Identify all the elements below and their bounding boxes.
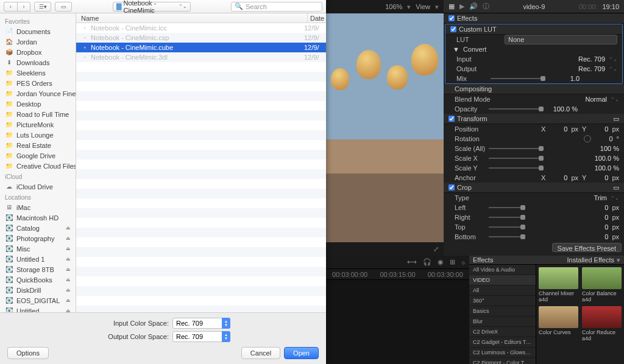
opacity-value[interactable]: 100.0 % <box>547 105 578 113</box>
sidebar-item[interactable]: 🏠Jordan <box>0 37 76 47</box>
info-icon[interactable]: ⓘ <box>483 2 489 11</box>
eject-icon[interactable]: ⏏ <box>66 287 71 293</box>
crop-type-value[interactable]: Trim <box>594 194 607 201</box>
crop-top-slider[interactable] <box>489 226 525 228</box>
effects-checkbox[interactable] <box>448 15 455 21</box>
crop-section[interactable]: Crop▭ <box>444 183 624 193</box>
sidebar-item[interactable]: 💽Storage 8TB⏏ <box>0 264 76 275</box>
film-icon[interactable]: ▶ <box>459 2 464 10</box>
fullscreen-icon[interactable]: ⤢ <box>433 245 439 253</box>
rotation-value[interactable]: 0 <box>595 135 613 142</box>
effects-category[interactable]: All <box>469 285 536 296</box>
back-button[interactable]: ‹ <box>4 2 17 12</box>
path-popup[interactable]: ▇ Notebook - CineMimic ⌃⌄ <box>113 2 191 12</box>
open-button[interactable]: Open <box>284 347 319 359</box>
sidebar-item[interactable]: 📁PictureMonk <box>0 119 76 130</box>
view-list-button[interactable]: ☰▾ <box>34 2 51 12</box>
anchor-x-value[interactable]: 0 <box>549 174 567 181</box>
scale-x-value[interactable]: 100.0 % <box>589 155 619 162</box>
zoom-level[interactable]: 106% <box>385 3 402 10</box>
scale-x-slider[interactable] <box>489 158 544 159</box>
effects-category[interactable]: C2 Gadget - Editors Tools <box>469 337 536 348</box>
sidebar-item[interactable]: 💽Untitled⏏ <box>0 306 76 312</box>
transform-onscreen-icon[interactable]: ▭ <box>613 115 619 123</box>
blend-value[interactable]: Normal <box>586 96 607 103</box>
crop-top-value[interactable]: 0 <box>590 223 608 231</box>
effect-item[interactable]: Color Reduce a4d <box>582 306 622 341</box>
eject-icon[interactable]: ⏏ <box>66 246 71 251</box>
eject-icon[interactable]: ⏏ <box>66 298 71 303</box>
column-name-header[interactable]: Name <box>76 13 308 23</box>
eject-icon[interactable]: ⏏ <box>66 225 71 231</box>
effects-category[interactable]: C2 Pigment - Color Tools <box>469 358 536 364</box>
anchor-y-value[interactable]: 0 <box>590 174 608 181</box>
effects-category[interactable]: Blur <box>469 317 536 327</box>
lut-input-value[interactable]: Rec. 709 <box>578 55 605 63</box>
effect-item[interactable]: Color Curves <box>539 306 578 341</box>
crop-left-slider[interactable] <box>489 207 525 208</box>
sidebar-item[interactable]: 🖥iMac <box>0 202 76 212</box>
rotation-dial-icon[interactable] <box>584 135 591 142</box>
eject-icon[interactable]: ⏏ <box>66 236 71 241</box>
audio-icon[interactable]: 🔊 <box>469 2 478 10</box>
solo-icon[interactable]: ◉ <box>438 258 444 266</box>
lut-select[interactable]: None <box>505 35 617 44</box>
save-effects-preset-button[interactable]: Save Effects Preset <box>552 243 622 252</box>
sidebar-item[interactable]: 📁PES Orders <box>0 78 76 88</box>
effects-category[interactable]: VIDEO <box>469 275 536 285</box>
sidebar-item[interactable]: 💽Untitled 1⏏ <box>0 254 76 264</box>
crop-right-slider[interactable] <box>489 217 525 218</box>
effect-item[interactable]: Channel Mixer a4d <box>539 267 578 303</box>
forward-button[interactable]: › <box>17 2 30 12</box>
effects-category[interactable]: C2 Luminous - Glows and B... <box>469 348 536 358</box>
scale-all-value[interactable]: 100 % <box>589 145 619 152</box>
snap-icon[interactable]: ⊞ <box>450 258 455 266</box>
timeline-ruler[interactable]: 00:03:00:0000:03:15:0000:03:30:00 <box>326 269 469 280</box>
sidebar-item[interactable]: ☁︎iCloud Drive <box>0 181 76 192</box>
sidebar-item[interactable]: ⬇︎Downloads <box>0 57 76 68</box>
sidebar-item[interactable]: 📁Sleeklens <box>0 68 76 78</box>
crop-left-value[interactable]: 0 <box>590 204 608 211</box>
pos-y-value[interactable]: 0 <box>590 125 608 133</box>
sidebar-item[interactable]: 💽EOS_DIGITAL⏏ <box>0 295 76 306</box>
search-input[interactable]: 🔍 Search <box>231 2 322 12</box>
file-row[interactable]: ▫Notebook - CineMimic.cube12/9/ <box>76 43 326 52</box>
scale-y-slider[interactable] <box>489 167 544 169</box>
pos-x-value[interactable]: 0 <box>549 125 567 133</box>
sidebar-item[interactable]: 📁Google Drive <box>0 150 76 161</box>
disclosure-icon[interactable]: ▼ <box>450 46 459 53</box>
opacity-slider[interactable] <box>489 108 544 110</box>
sidebar-item[interactable]: 📁Luts Lounge <box>0 130 76 140</box>
sidebar-item[interactable]: 📁Desktop <box>0 99 76 109</box>
eject-icon[interactable]: ⏏ <box>66 308 71 312</box>
transform-checkbox[interactable] <box>448 116 455 122</box>
video-tab-icon[interactable]: ▦ <box>448 2 455 10</box>
sidebar-item[interactable]: 📁Jordan Younce Fine A... <box>0 88 76 99</box>
effect-item[interactable]: Color Balance a4d <box>582 267 622 303</box>
effects-category[interactable]: Basics <box>469 306 536 317</box>
view-menu[interactable]: View <box>416 3 430 10</box>
sidebar-item[interactable]: 📦Dropbox <box>0 47 76 57</box>
sidebar-item[interactable]: 📁Road to Full Time <box>0 109 76 119</box>
skimming-icon[interactable]: ⟷ <box>407 258 417 266</box>
effects-category[interactable]: All Video & Audio <box>469 265 536 275</box>
sidebar-item[interactable]: 💽DiskDrill⏏ <box>0 285 76 295</box>
crop-bottom-slider[interactable] <box>489 236 525 237</box>
sidebar-item[interactable]: 💽Photography⏏ <box>0 233 76 243</box>
column-date-header[interactable]: Date M <box>308 13 326 23</box>
effects-section[interactable]: Effects <box>444 13 624 24</box>
crop-checkbox[interactable] <box>448 184 455 191</box>
audio-skim-icon[interactable]: 🎧 <box>423 258 431 266</box>
custom-lut-section[interactable]: Custom LUT <box>445 24 622 35</box>
input-colorspace-select[interactable]: Rec. 709 ▲▼ <box>172 318 230 329</box>
output-colorspace-select[interactable]: Rec. 709 ▲▼ <box>172 331 230 342</box>
crop-bottom-value[interactable]: 0 <box>590 233 608 240</box>
eject-icon[interactable]: ⏏ <box>66 256 71 262</box>
timeline-tracks[interactable] <box>326 280 469 364</box>
custom-lut-checkbox[interactable] <box>450 26 456 32</box>
options-button[interactable]: Options <box>7 347 49 359</box>
view-icons-button[interactable]: ▭ <box>55 2 72 12</box>
sidebar-item[interactable]: 💽Catalog⏏ <box>0 223 76 233</box>
cancel-button[interactable]: Cancel <box>241 347 280 359</box>
eject-icon[interactable]: ⏏ <box>66 267 71 272</box>
